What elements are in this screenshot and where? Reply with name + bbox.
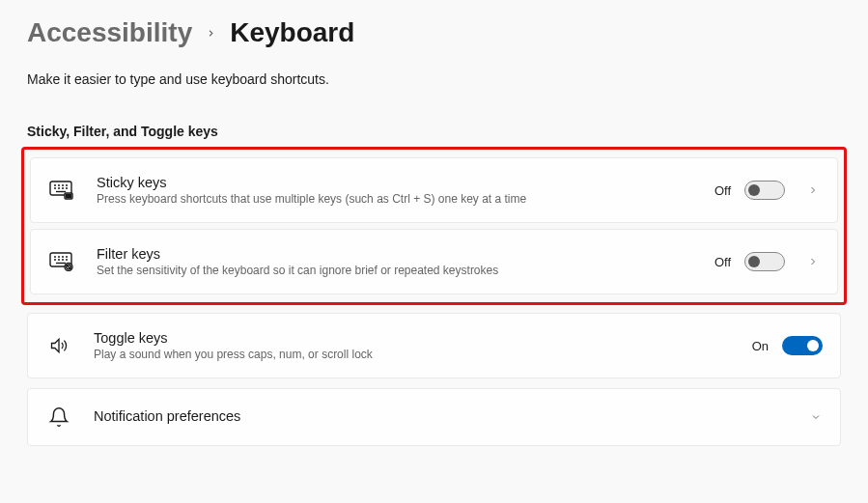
svg-rect-11 <box>67 195 69 198</box>
sticky-keys-state-label: Off <box>714 183 731 198</box>
speaker-icon <box>45 334 72 357</box>
highlight-annotation: Sticky keys Press keyboard shortcuts tha… <box>21 147 847 305</box>
toggle-keys-title: Toggle keys <box>94 330 731 346</box>
svg-rect-12 <box>70 195 71 198</box>
notification-preferences-row[interactable]: Notification preferences <box>27 388 841 446</box>
chevron-right-icon[interactable] <box>806 255 820 268</box>
toggle-keys-toggle[interactable] <box>782 336 823 355</box>
page-subtitle: Make it easier to type and use keyboard … <box>27 71 841 87</box>
filter-keys-title: Filter keys <box>97 246 693 262</box>
chevron-right-icon <box>206 23 216 43</box>
keyboard-sticky-icon <box>48 179 75 202</box>
filter-keys-toggle[interactable] <box>744 252 785 271</box>
page-title: Keyboard <box>230 17 354 48</box>
chevron-right-icon[interactable] <box>806 183 820 197</box>
breadcrumb: Accessibility Keyboard <box>27 0 841 71</box>
sticky-keys-row[interactable]: Sticky keys Press keyboard shortcuts tha… <box>30 157 838 223</box>
filter-keys-desc: Set the sensitivity of the keyboard so i… <box>97 264 693 277</box>
notification-preferences-title: Notification preferences <box>94 408 780 424</box>
toggle-keys-desc: Play a sound when you press caps, num, o… <box>94 348 731 361</box>
section-title: Sticky, Filter, and Toggle keys <box>27 124 841 139</box>
sticky-keys-desc: Press keyboard shortcuts that use multip… <box>97 192 693 206</box>
bell-icon <box>45 405 72 429</box>
keyboard-filter-icon <box>48 250 75 273</box>
breadcrumb-parent[interactable]: Accessibility <box>27 17 192 48</box>
filter-keys-state-label: Off <box>714 255 731 269</box>
sticky-keys-toggle[interactable] <box>744 181 785 200</box>
svg-marker-26 <box>52 339 60 351</box>
filter-keys-row[interactable]: Filter keys Set the sensitivity of the k… <box>30 229 838 294</box>
toggle-keys-row[interactable]: Toggle keys Play a sound when you press … <box>27 313 841 378</box>
toggle-keys-state-label: On <box>752 339 769 353</box>
sticky-keys-title: Sticky keys <box>97 175 693 190</box>
chevron-down-icon[interactable] <box>809 410 823 424</box>
